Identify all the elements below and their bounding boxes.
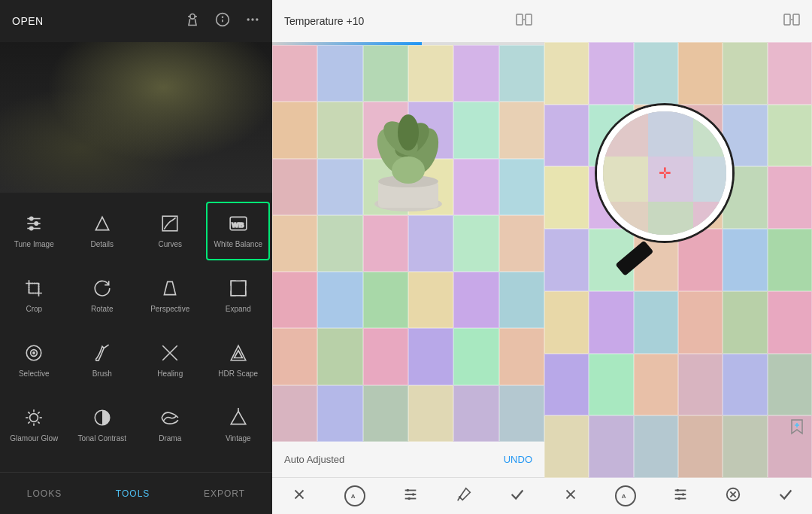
svg-rect-81: [793, 14, 799, 25]
healing-icon: [160, 343, 180, 366]
svg-point-4: [247, 18, 250, 20]
svg-marker-18: [165, 281, 176, 294]
tool-white-balance[interactable]: WB White Balance: [206, 202, 270, 260]
vintage-icon: [229, 408, 248, 430]
tool-selective[interactable]: Selective: [2, 331, 66, 390]
close-icon[interactable]: [291, 486, 308, 506]
left-image-preview: [0, 42, 272, 193]
svg-marker-36: [231, 411, 246, 424]
compare-icon[interactable]: [516, 14, 532, 29]
eyedropper-icon[interactable]: [456, 486, 472, 506]
svg-point-112: [682, 493, 685, 496]
tool-perspective[interactable]: Perspective: [138, 266, 202, 325]
auto-icon[interactable]: A: [344, 485, 365, 506]
right-close-icon[interactable]: [562, 486, 579, 506]
tonal-contrast-label: Tonal Contrast: [78, 433, 126, 443]
svg-point-68: [392, 157, 425, 184]
expand-icon: [229, 278, 248, 301]
tool-hdr-scape[interactable]: HDR Scape: [206, 331, 270, 390]
center-bottom-bar: Auto Adjusted UNDO A: [272, 442, 544, 514]
tune-image-icon: [24, 214, 44, 236]
svg-marker-13: [95, 217, 108, 230]
svg-line-31: [29, 412, 30, 413]
hdr-scape-icon: [229, 343, 248, 366]
open-button[interactable]: OPEN: [12, 15, 44, 27]
svg-point-113: [677, 497, 680, 500]
svg-rect-97: [603, 157, 648, 202]
rotate-label: Rotate: [91, 304, 113, 314]
svg-rect-94: [603, 111, 648, 157]
svg-rect-57: [526, 14, 532, 25]
center-action-bar: A: [272, 478, 544, 514]
tool-grainy-film[interactable]: Grainy Film: [2, 461, 66, 472]
brush-label: Brush: [92, 369, 112, 379]
tools-row-1: Tune Image Details Curves: [0, 199, 272, 263]
selective-icon: [24, 343, 44, 366]
tool-expand[interactable]: Expand: [206, 266, 270, 325]
rotate-icon: [92, 278, 112, 301]
expand-label: Expand: [226, 304, 251, 314]
svg-line-34: [29, 421, 30, 423]
tool-tune-image[interactable]: Tune Image: [2, 202, 66, 260]
auto-adjusted-bar: Auto Adjusted UNDO: [272, 442, 544, 478]
tool-drama[interactable]: Drama: [138, 396, 202, 455]
tools-row-2: Crop Rotate Perspective: [0, 263, 272, 328]
tab-export[interactable]: EXPORT: [192, 482, 257, 505]
svg-rect-17: [29, 283, 39, 293]
right-cancel-icon[interactable]: [725, 486, 741, 506]
tune-image-label: Tune Image: [14, 239, 54, 249]
tool-details[interactable]: Details: [70, 202, 134, 260]
drama-icon: [160, 408, 180, 430]
right-bottom-bar: A: [544, 478, 812, 514]
details-icon: [92, 214, 112, 236]
bookmark-icon[interactable]: [788, 418, 806, 439]
tool-vintage[interactable]: Vintage: [206, 396, 270, 455]
svg-point-79: [459, 497, 461, 498]
info-icon[interactable]: [215, 12, 230, 31]
perspective-label: Perspective: [150, 304, 189, 314]
svg-line-32: [38, 421, 40, 423]
tool-curves[interactable]: Curves: [138, 202, 202, 260]
right-image: ✛: [544, 42, 812, 478]
confirm-icon[interactable]: [509, 486, 526, 506]
tab-looks[interactable]: LOOKS: [15, 482, 74, 505]
sliders-icon[interactable]: [402, 486, 419, 506]
tool-rotate[interactable]: Rotate: [70, 266, 134, 325]
right-auto-icon[interactable]: A: [615, 485, 636, 506]
svg-point-75: [406, 489, 409, 492]
svg-rect-19: [231, 281, 246, 296]
undo-button[interactable]: UNDO: [504, 454, 532, 465]
svg-point-12: [30, 227, 33, 230]
left-header: OPEN: [0, 0, 272, 42]
filter-icon[interactable]: [185, 12, 200, 31]
tools-grid: Tune Image Details Curves: [0, 193, 272, 472]
more-icon[interactable]: [245, 12, 260, 31]
tool-healing[interactable]: Healing: [138, 331, 202, 390]
tool-tonal-contrast[interactable]: Tonal Contrast: [70, 396, 134, 455]
tool-crop[interactable]: Crop: [2, 266, 66, 325]
brush-icon: [92, 343, 112, 366]
tool-grunge[interactable]: Grunge: [138, 461, 202, 472]
center-top-bar: Temperature +10: [272, 0, 544, 42]
right-sliders-icon[interactable]: [672, 486, 689, 506]
tool-brush[interactable]: Brush: [70, 331, 134, 390]
right-compare-icon[interactable]: [783, 14, 800, 29]
tool-black-white[interactable]: Black & White: [206, 461, 270, 472]
svg-line-33: [38, 412, 40, 413]
svg-point-0: [190, 14, 195, 19]
tool-retrolux[interactable]: Retrolux: [70, 461, 134, 472]
svg-point-22: [33, 351, 35, 353]
tools-row-4: Glamour Glow Tonal Contrast: [0, 393, 272, 458]
curves-label: Curves: [158, 239, 182, 249]
tool-glamour-glow[interactable]: Glamour Glow: [2, 396, 66, 455]
svg-text:A: A: [622, 493, 626, 500]
bottom-tabs: LOOKS TOOLS EXPORT: [0, 472, 272, 514]
right-panel: ✛ A: [544, 0, 812, 514]
svg-point-111: [677, 489, 680, 492]
tab-tools[interactable]: TOOLS: [104, 482, 162, 505]
tools-row-3: Selective Brush Healing: [0, 328, 272, 393]
svg-rect-99: [693, 157, 732, 202]
healing-label: Healing: [157, 369, 183, 379]
right-confirm-icon[interactable]: [777, 486, 794, 506]
perspective-icon: [160, 278, 180, 301]
